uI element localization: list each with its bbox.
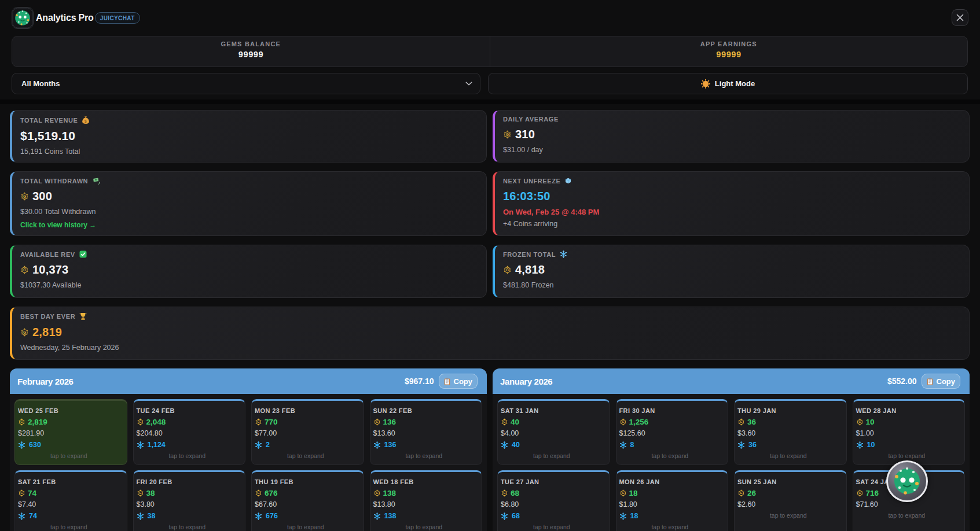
svg-text:G: G <box>506 267 509 271</box>
svg-text:G: G <box>376 491 378 495</box>
svg-text:G: G <box>503 491 505 495</box>
svg-text:G: G <box>376 420 378 423</box>
svg-text:G: G <box>622 420 624 423</box>
svg-text:G: G <box>139 491 141 495</box>
svg-text:G: G <box>23 330 26 334</box>
svg-text:G: G <box>257 420 259 423</box>
svg-text:G: G <box>20 491 23 495</box>
svg-text:G: G <box>257 491 259 495</box>
svg-text:G: G <box>506 132 509 136</box>
svg-text:G: G <box>23 267 26 271</box>
svg-text:G: G <box>503 420 505 423</box>
svg-text:G: G <box>622 491 624 495</box>
svg-text:G: G <box>740 420 742 423</box>
svg-text:G: G <box>20 420 23 423</box>
svg-text:G: G <box>740 491 742 495</box>
svg-text:G: G <box>858 420 861 423</box>
svg-text:G: G <box>858 491 861 495</box>
svg-text:$: $ <box>85 119 87 124</box>
svg-text:G: G <box>139 420 141 423</box>
svg-text:G: G <box>23 194 26 198</box>
